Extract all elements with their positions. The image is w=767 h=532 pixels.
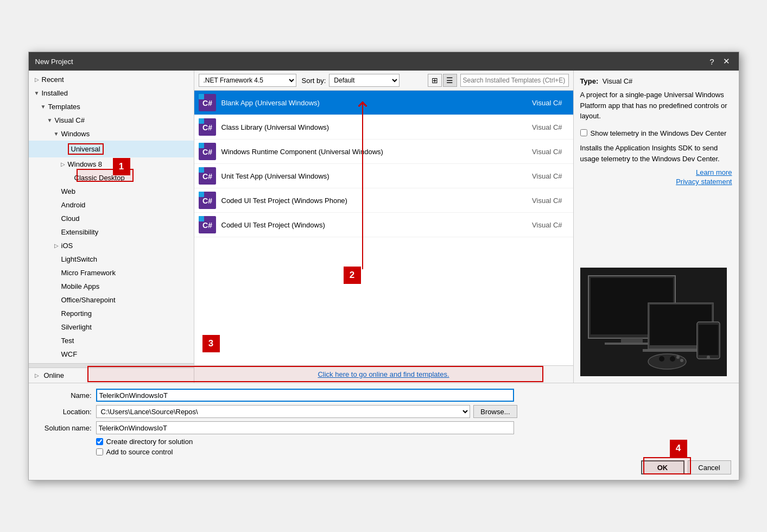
expand-icon-wcf — [53, 351, 60, 358]
sidebar-item-micro-framework[interactable]: Micro Framework — [29, 266, 194, 280]
sidebar-item-test-label: Test — [61, 337, 74, 345]
add-source-label: Add to source control — [106, 448, 173, 456]
telemetry-checkbox[interactable] — [580, 129, 587, 136]
create-directory-checkbox[interactable] — [96, 438, 103, 445]
template-language: Visual C# — [532, 197, 562, 205]
telemetry-label: Show telemetry in the Windows Dev Center — [591, 128, 727, 139]
sidebar-item-templates[interactable]: ▼ Templates — [29, 100, 194, 113]
sidebar-item-windows[interactable]: ▼ Windows — [29, 127, 194, 141]
expand-icon-templates: ▼ — [40, 103, 47, 111]
sidebar-item-recent-label: Recent — [42, 75, 64, 84]
location-select[interactable]: C:\Users\Lance\Source\Repos\ — [96, 405, 471, 418]
sort-select[interactable]: Default — [329, 74, 400, 87]
sidebar-item-office-sharepoint-label: Office/Sharepoint — [61, 296, 116, 304]
sidebar-item-universal[interactable]: Universal — [29, 141, 194, 157]
template-row[interactable]: C# Coded UI Test Project (Windows)Visual… — [194, 213, 573, 237]
browse-button[interactable]: Browse... — [473, 405, 517, 418]
list-view-button[interactable]: ☰ — [443, 74, 457, 87]
svg-rect-26 — [699, 325, 718, 355]
template-icon: C# — [199, 94, 216, 111]
telemetry-row: Show telemetry in the Windows Dev Center — [580, 128, 732, 139]
sidebar-item-installed[interactable]: ▼ Installed — [29, 86, 194, 100]
sidebar-item-office-sharepoint[interactable]: Office/Sharepoint — [29, 293, 194, 307]
sidebar-item-android[interactable]: Android — [29, 198, 194, 212]
expand-icon-web — [53, 188, 60, 195]
tile-view-button[interactable]: ⊞ — [428, 74, 442, 87]
help-button[interactable]: ? — [707, 57, 716, 66]
sidebar-item-extensibility[interactable]: Extensibility — [29, 225, 194, 239]
sidebar-item-silverlight-label: Silverlight — [61, 323, 92, 331]
online-link[interactable]: Click here to go online and find templat… — [318, 370, 449, 378]
devices-preview-svg — [583, 270, 724, 371]
template-row[interactable]: C# Blank App (Universal Windows)Visual C… — [194, 91, 573, 115]
expand-icon-micro-framework — [53, 269, 60, 277]
location-label: Location: — [36, 408, 96, 416]
sidebar-item-online[interactable]: ▷ Online — [29, 368, 194, 383]
view-buttons: ⊞ ☰ — [428, 74, 457, 87]
template-row[interactable]: C# Windows Runtime Component (Universal … — [194, 140, 573, 164]
expand-icon-office-sharepoint — [53, 296, 60, 304]
privacy-link[interactable]: Privacy statement — [676, 178, 732, 186]
sidebar-item-lightswitch[interactable]: LightSwitch — [29, 252, 194, 266]
preview-area — [580, 268, 732, 376]
templates-list: C# Blank App (Universal Windows)Visual C… — [194, 91, 573, 365]
tree-area: ▷ Recent ▼ Installed ▼ Templates — [29, 71, 194, 363]
svg-rect-14 — [199, 192, 204, 197]
svg-text:C#: C# — [202, 221, 212, 230]
sidebar-item-wcf[interactable]: WCF — [29, 347, 194, 361]
sidebar-item-classic-desktop[interactable]: Classic Desktop — [29, 171, 194, 185]
template-row[interactable]: C# Class Library (Universal Windows)Visu… — [194, 115, 573, 140]
expand-icon-universal — [59, 145, 67, 153]
svg-rect-17 — [199, 216, 204, 221]
framework-select[interactable]: .NET Framework 4.5 — [199, 74, 296, 87]
location-input-group: C:\Users\Lance\Source\Repos\ Browse... — [96, 405, 517, 418]
sidebar-item-test[interactable]: Test — [29, 334, 194, 347]
sidebar-item-classic-desktop-label: Classic Desktop — [74, 174, 125, 182]
learn-more-link[interactable]: Learn more — [696, 168, 732, 176]
sidebar-item-extensibility-label: Extensibility — [61, 228, 99, 236]
template-icon: C# — [199, 118, 216, 136]
svg-rect-11 — [199, 167, 204, 173]
add-source-checkbox[interactable] — [96, 448, 103, 455]
template-row[interactable]: C# Coded UI Test Project (Windows Phone)… — [194, 188, 573, 213]
expand-icon-windows: ▼ — [53, 130, 60, 138]
sidebar-item-recent[interactable]: ▷ Recent — [29, 73, 194, 86]
sidebar-item-windows8[interactable]: ▷ Windows 8 — [29, 157, 194, 171]
sidebar-item-visual-csharp[interactable]: ▼ Visual C# — [29, 113, 194, 127]
template-name: Coded UI Test Project (Windows Phone) — [221, 197, 533, 205]
expand-icon-cloud — [53, 215, 60, 223]
name-row: Name: — [36, 389, 731, 402]
sidebar-item-silverlight[interactable]: Silverlight — [29, 320, 194, 334]
sidebar-item-mobile-apps[interactable]: Mobile Apps — [29, 280, 194, 293]
cancel-button[interactable]: Cancel — [688, 460, 731, 474]
sidebar-item-web[interactable]: Web — [29, 185, 194, 198]
expand-icon-silverlight — [53, 324, 60, 331]
close-button[interactable]: ✕ — [721, 56, 732, 66]
dialog-title: New Project — [35, 58, 73, 66]
expand-icon-installed: ▼ — [33, 90, 41, 97]
template-name: Windows Runtime Component (Universal Win… — [221, 148, 533, 156]
template-row[interactable]: C# Unit Test App (Universal Windows)Visu… — [194, 164, 573, 188]
search-input[interactable] — [460, 74, 569, 87]
sidebar-item-ios[interactable]: ▷ iOS — [29, 239, 194, 252]
svg-rect-2 — [199, 94, 204, 99]
svg-text:C#: C# — [202, 197, 212, 205]
sidebar-item-cloud[interactable]: Cloud — [29, 212, 194, 225]
ok-button[interactable]: OK — [641, 460, 684, 474]
expand-icon-test — [53, 337, 60, 345]
sidebar-item-reporting-label: Reporting — [61, 309, 92, 318]
template-name: Class Library (Universal Windows) — [221, 123, 533, 131]
template-name: Blank App (Universal Windows) — [221, 99, 533, 107]
solution-row: Solution name: — [36, 421, 731, 434]
template-language: Visual C# — [532, 172, 562, 180]
create-directory-row: Create directory for solution — [96, 438, 731, 446]
sidebar-item-reporting[interactable]: Reporting — [29, 307, 194, 320]
type-row: Type: Visual C# — [580, 77, 732, 85]
svg-point-31 — [676, 356, 680, 359]
expand-icon-classic-desktop — [66, 174, 73, 182]
toolbar: .NET Framework 4.5 Sort by: Default ⊞ ☰ — [194, 71, 573, 91]
solution-input[interactable] — [96, 421, 514, 434]
scrollbar-bottom — [29, 363, 194, 368]
name-input[interactable] — [96, 389, 514, 402]
type-label: Type: Visual C# — [580, 77, 633, 85]
